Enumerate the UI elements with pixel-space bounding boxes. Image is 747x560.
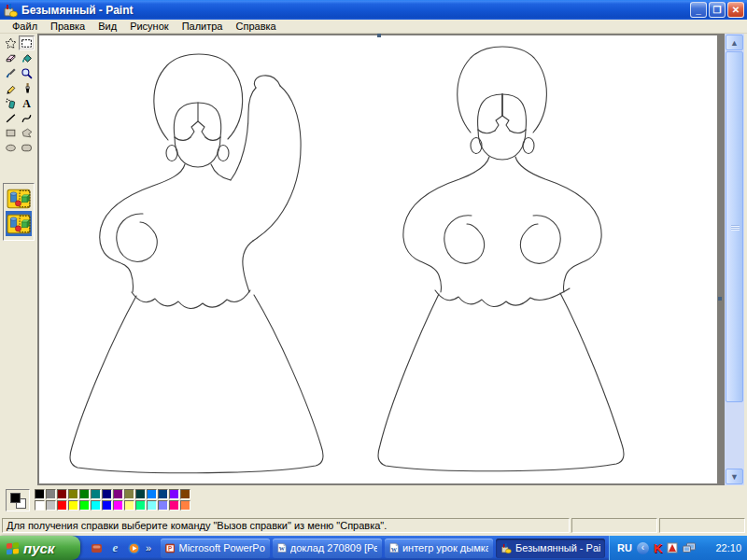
kaspersky-icon[interactable]: K: [654, 541, 662, 555]
menu-help[interactable]: Справка: [230, 20, 283, 33]
powerpoint-icon: P: [165, 542, 175, 554]
palette-color-0-7[interactable]: [113, 489, 123, 499]
svg-text:P: P: [168, 544, 173, 551]
network-monitors-icon[interactable]: [683, 542, 696, 553]
palette-color-1-7[interactable]: [113, 500, 123, 511]
palette-color-0-5[interactable]: [91, 489, 101, 499]
menu-view[interactable]: Вид: [92, 20, 123, 33]
status-coordinates-pane: [571, 518, 657, 533]
palette-color-1-0[interactable]: [35, 500, 45, 511]
palette-color-0-6[interactable]: [102, 489, 112, 499]
free-form-select-icon[interactable]: [3, 35, 19, 50]
drawing-figure-right: [378, 47, 624, 471]
palette-color-0-4[interactable]: [79, 489, 90, 499]
rounded-rectangle-icon[interactable]: [19, 140, 35, 155]
paint-icon: [500, 542, 512, 554]
windows-flag-icon: [6, 541, 20, 555]
task-buttons: P Microsoft PowerPoint ... W доклад 2708…: [157, 536, 609, 560]
airbrush-icon[interactable]: [3, 95, 19, 110]
fill-with-color-icon[interactable]: [19, 50, 35, 65]
menu-palette[interactable]: Палитра: [176, 20, 230, 33]
red-app-icon[interactable]: [667, 542, 678, 553]
pick-color-icon[interactable]: [3, 65, 19, 80]
palette-color-0-2[interactable]: [57, 489, 67, 499]
word-document-icon: W: [389, 541, 399, 554]
palette-color-0-8[interactable]: [124, 489, 134, 499]
palette-color-0-0[interactable]: [35, 489, 45, 499]
scrollbar-thumb[interactable]: [726, 51, 743, 402]
tray-clock[interactable]: 22:10: [715, 542, 741, 553]
rectangle-icon[interactable]: [3, 125, 19, 140]
screen: { "window": { "title": "Безымянный - Pai…: [0, 0, 747, 560]
text-icon[interactable]: A: [19, 95, 35, 110]
palette-color-1-6[interactable]: [102, 500, 112, 511]
palette-color-0-10[interactable]: [147, 489, 157, 499]
palette-color-0-3[interactable]: [68, 489, 78, 499]
taskbar: пуск e » P Microsoft PowerPoint ... W: [0, 536, 747, 560]
polygon-icon[interactable]: [19, 125, 35, 140]
palette-color-0-11[interactable]: [158, 489, 168, 499]
palette-color-0-13[interactable]: [180, 489, 190, 499]
hide-icons-chevron-icon[interactable]: ‹: [637, 542, 649, 554]
start-button-label: пуск: [23, 540, 54, 556]
palette-color-1-2[interactable]: [57, 500, 67, 511]
canvas-resize-handle-right[interactable]: [718, 297, 722, 301]
restore-button[interactable]: ❐: [709, 2, 726, 18]
scroll-up-button[interactable]: ▲: [726, 35, 743, 50]
palette-color-1-11[interactable]: [158, 500, 168, 511]
status-size-pane: [659, 518, 745, 533]
menu-image[interactable]: Рисунок: [123, 20, 176, 33]
task-button-doc-urok[interactable]: W интегр урок дымка ...: [385, 539, 494, 558]
palette-color-0-1[interactable]: [46, 489, 56, 499]
magnifier-icon[interactable]: [19, 65, 35, 80]
menu-file[interactable]: Файл: [6, 20, 44, 33]
drawing-canvas[interactable]: [39, 35, 717, 483]
palette-color-1-10[interactable]: [147, 500, 157, 511]
task-label: интегр урок дымка ...: [402, 542, 488, 553]
minimize-button[interactable]: _: [690, 2, 707, 18]
status-help-text: Для получения справки выберите команду "…: [2, 518, 570, 533]
brush-icon[interactable]: [19, 80, 35, 95]
color-palette-bar: [0, 485, 747, 515]
menu-edit[interactable]: Правка: [44, 20, 92, 33]
task-button-powerpoint[interactable]: P Microsoft PowerPoint ...: [161, 539, 270, 558]
paint-app-icon: [3, 3, 18, 18]
line-icon[interactable]: [3, 110, 19, 125]
svg-text:W: W: [390, 546, 397, 553]
palette-color-1-9[interactable]: [135, 500, 146, 511]
task-button-doc-doklad[interactable]: W доклад 270809 [Реж...: [273, 539, 382, 558]
selection-opaque-option-icon[interactable]: [6, 186, 32, 211]
eraser-icon[interactable]: [3, 50, 19, 65]
scroll-down-button[interactable]: ▼: [726, 469, 743, 484]
palette-color-1-13[interactable]: [180, 500, 190, 511]
current-colors-indicator: [6, 489, 30, 511]
palette-color-1-8[interactable]: [124, 500, 134, 511]
palette-color-0-9[interactable]: [135, 489, 146, 499]
tool-box: A: [0, 34, 37, 485]
select-icon[interactable]: [19, 35, 35, 50]
system-tray: RU ‹ K 22:10: [609, 536, 747, 560]
palette-color-1-4[interactable]: [79, 500, 90, 511]
palette-color-1-12[interactable]: [169, 500, 179, 511]
canvas-resize-handle-top[interactable]: [377, 34, 381, 37]
palette-color-1-1[interactable]: [46, 500, 56, 511]
close-button[interactable]: ✕: [727, 2, 744, 18]
tool-grid: A: [3, 35, 35, 155]
ellipse-icon[interactable]: [3, 140, 19, 155]
palette-color-1-3[interactable]: [68, 500, 78, 511]
task-button-paint[interactable]: Безымянный - Paint: [496, 539, 605, 558]
pencil-icon[interactable]: [3, 80, 19, 95]
palette-color-1-5[interactable]: [91, 500, 101, 511]
selection-transparent-option-icon[interactable]: [6, 211, 32, 236]
language-indicator[interactable]: RU: [617, 542, 632, 553]
internet-explorer-icon[interactable]: e: [108, 541, 122, 555]
palette-color-0-12[interactable]: [169, 489, 179, 499]
foreground-color-swatch[interactable]: [10, 493, 21, 503]
start-button[interactable]: пуск: [0, 536, 80, 560]
task-label: Microsoft PowerPoint ...: [178, 542, 264, 553]
vertical-scrollbar[interactable]: ▲ ▼: [725, 34, 744, 485]
curve-icon[interactable]: [19, 110, 35, 125]
quick-launch-overflow-chevron[interactable]: »: [146, 542, 151, 553]
desktop-app-icon[interactable]: [90, 541, 104, 555]
media-player-icon[interactable]: [127, 541, 141, 555]
